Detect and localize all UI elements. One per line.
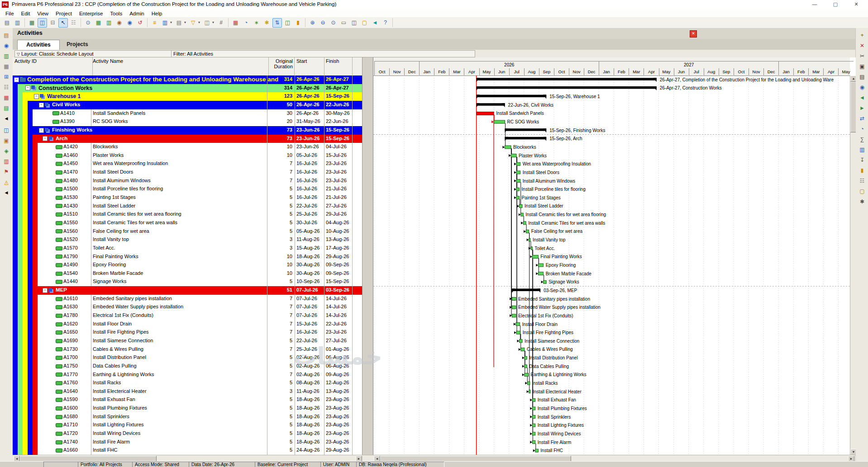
- role-assignment-icon[interactable]: ◉: [125, 18, 134, 28]
- task-bar[interactable]: [532, 441, 535, 444]
- timescale-month-cell[interactable]: Mar: [808, 68, 823, 75]
- close-view-button[interactable]: ✕: [690, 30, 697, 38]
- gantt-bar-A1600[interactable]: [532, 407, 535, 410]
- search-icon[interactable]: ⊙: [83, 18, 93, 28]
- expand-collapse-box[interactable]: −: [43, 288, 48, 293]
- task-bar[interactable]: [516, 323, 520, 326]
- resources-icon[interactable]: ◉: [2, 41, 11, 50]
- gantt-bar-A1500[interactable]: [516, 188, 520, 191]
- products-icon[interactable]: ▣: [2, 136, 11, 145]
- table-row-activity[interactable]: A1570Toilet Acc.315-Aug-2617-Aug-26: [13, 244, 362, 253]
- summary-bar[interactable]: [512, 288, 540, 291]
- timescale-month-cell[interactable]: Oct: [554, 68, 569, 75]
- timescale-month-cell[interactable]: May: [659, 68, 674, 75]
- assign-resources-icon[interactable]: ◫: [283, 18, 292, 28]
- fill-down-icon[interactable]: ↧: [858, 156, 867, 165]
- timescale-month-cell[interactable]: Nov: [389, 68, 404, 75]
- table-row-group[interactable]: −Arch7323-Jun-2615-Sep-26: [13, 135, 362, 144]
- task-bar[interactable]: [512, 306, 516, 309]
- gantt-bar-A1650[interactable]: [516, 331, 520, 334]
- table-row-activity[interactable]: A1500Install Porceline tiles for floorin…: [13, 185, 362, 194]
- publish-icon[interactable]: ◄: [370, 18, 380, 28]
- expand-collapse-box[interactable]: −: [34, 94, 39, 99]
- gantt-bar-A1430[interactable]: [520, 204, 523, 208]
- table-row-activity[interactable]: A1630Embeded Water Supply pipes installa…: [13, 303, 362, 312]
- table-row-group[interactable]: −MEP5107-Jul-2603-Sep-26: [13, 286, 362, 295]
- timescale-year-cell[interactable]: [374, 61, 419, 69]
- vertical-scroll-thumb[interactable]: [850, 82, 856, 132]
- options-icon[interactable]: ✱: [858, 197, 867, 206]
- timescale-month-cell[interactable]: Jan: [778, 68, 793, 75]
- table-row-activity[interactable]: A1710Install Lighting Fixtures518-Aug-26…: [13, 421, 362, 430]
- task-bar[interactable]: [494, 120, 505, 123]
- timescale-year-cell[interactable]: 2027: [599, 61, 778, 69]
- summary-bar[interactable]: [505, 137, 547, 140]
- timescale-month-cell[interactable]: Sep: [719, 68, 734, 75]
- timescale-month-cell[interactable]: Mar: [449, 68, 464, 75]
- gantt-bar-A1450[interactable]: [516, 162, 520, 165]
- gantt-bar-A1530[interactable]: [516, 196, 520, 199]
- table-row-activity[interactable]: A1510Install Ceramic tiles for wet area …: [13, 210, 362, 219]
- gantt-bar-A1540[interactable]: [538, 272, 543, 275]
- table-row-activity[interactable]: A1650Install Fire Fighting Pipes716-Jul-…: [13, 328, 362, 337]
- table-row-activity[interactable]: A1610Embeded Sanitary pipes installation…: [13, 295, 362, 304]
- task-bar[interactable]: [532, 424, 535, 427]
- gantt-summary-bar[interactable]: [505, 128, 547, 132]
- timescale-month-cell[interactable]: Aug: [524, 68, 539, 75]
- timescale-month-cell[interactable]: Apr: [644, 68, 658, 75]
- gantt-bar-A1660[interactable]: [535, 449, 539, 452]
- group-sort-icon[interactable]: ≡: [150, 18, 159, 28]
- column-header-original-duration[interactable]: Original Duration: [267, 57, 295, 76]
- table-row-activity[interactable]: A1720Install Wiring Devices518-Aug-2623-…: [13, 429, 362, 439]
- task-bar[interactable]: [532, 407, 535, 410]
- gantt-bar-A1760[interactable]: [527, 382, 529, 385]
- gantt-bar-A1620[interactable]: [516, 323, 520, 326]
- summary-bar[interactable]: [477, 103, 505, 106]
- gantt-timescale-header[interactable]: 20262027OctNovDecJanFebMarAprMayJunJulAu…: [373, 57, 850, 76]
- layout-selector[interactable]: ▽ Layout: Classic Schedule Layout: [14, 50, 174, 57]
- table-row-activity[interactable]: A1660Install FHC524-Aug-2629-Aug-26: [13, 446, 362, 455]
- timescale-month-cell[interactable]: Jan: [419, 68, 434, 75]
- gantt-bar-A1780[interactable]: [512, 314, 516, 317]
- gantt-summary-bar[interactable]: [477, 86, 657, 90]
- task-bar[interactable]: [527, 382, 529, 385]
- gantt-summary-bar[interactable]: [477, 78, 657, 82]
- table-row-activity[interactable]: A1760Install Racks508-Aug-2612-Aug-26: [13, 379, 362, 388]
- schedule-icon[interactable]: ◔: [241, 18, 251, 28]
- table-row-activity[interactable]: A1700Install Distribution Panel502-Aug-2…: [13, 354, 362, 363]
- risks-icon[interactable]: ◬: [2, 178, 11, 187]
- layout-options-icon-dropdown-icon[interactable]: ▾: [212, 18, 216, 27]
- gantt-bar-A1440[interactable]: [544, 280, 547, 283]
- split-view-icon[interactable]: ◫: [349, 18, 359, 28]
- task-bar[interactable]: [532, 432, 535, 435]
- gantt-bar-A1720[interactable]: [532, 432, 535, 435]
- filter-selector[interactable]: Filter: All Activities: [171, 50, 475, 57]
- summarize-icon[interactable]: ∑: [858, 135, 867, 144]
- gantt-bar-A1730[interactable]: [521, 348, 525, 351]
- assignments-icon[interactable]: ◫: [2, 126, 11, 135]
- expand-collapse-box[interactable]: −: [39, 128, 44, 133]
- column-header-activity-id[interactable]: Activity ID: [13, 57, 93, 76]
- gantt-bar-A1740[interactable]: [532, 441, 535, 444]
- timescale-month-cell[interactable]: Dec: [763, 68, 778, 75]
- gantt-vertical-scrollbar[interactable]: ▲ ▼: [850, 75, 856, 455]
- timescale-month-cell[interactable]: Oct: [374, 68, 389, 75]
- task-bar[interactable]: [526, 230, 529, 233]
- zoom-in-icon[interactable]: ⊕: [308, 18, 317, 28]
- timescale-year-cell[interactable]: 2026: [419, 61, 599, 69]
- gantt-bar-A1560[interactable]: [526, 230, 529, 233]
- task-bar[interactable]: [525, 365, 527, 368]
- notebook-icon[interactable]: ▢: [858, 187, 867, 196]
- menu-item-view[interactable]: View: [33, 10, 52, 16]
- expand-collapse-box[interactable]: −: [39, 103, 44, 108]
- thresholds-icon[interactable]: ▥: [2, 157, 11, 166]
- column-header-start[interactable]: Start: [295, 57, 324, 76]
- collapse-rail-icon[interactable]: ◀: [2, 114, 11, 123]
- table-row-activity[interactable]: A1770Ear­thing & Lightining Works702-Aug…: [13, 371, 362, 380]
- spotlight-icon[interactable]: ▮: [858, 166, 867, 175]
- timescale-month-cell[interactable]: May: [838, 68, 853, 75]
- gantt-bar-A1610[interactable]: [512, 297, 516, 301]
- table-row-activity[interactable]: A1390RC SOG Works2031-May-2622-Jun-26: [13, 118, 362, 127]
- gantt-bar-A1550[interactable]: [523, 222, 526, 225]
- zoom-100-icon[interactable]: ⊙: [329, 18, 338, 28]
